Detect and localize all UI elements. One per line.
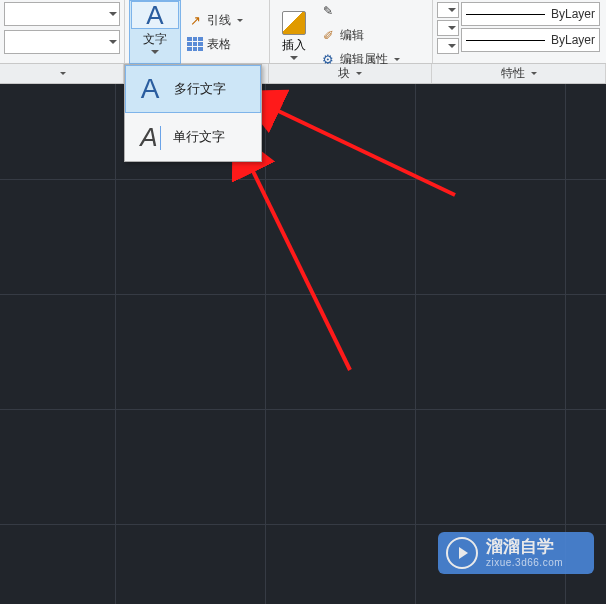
block-panel-title[interactable]: 块 bbox=[269, 64, 432, 83]
chevron-down-icon bbox=[531, 72, 537, 75]
layer-combo-1[interactable] bbox=[4, 2, 120, 26]
chevron-down-icon bbox=[448, 8, 456, 12]
leader-label: 引线 bbox=[207, 12, 231, 29]
left-dropdown-stack bbox=[0, 0, 124, 63]
grid-lines bbox=[0, 84, 606, 604]
chevron-down-icon bbox=[448, 26, 456, 30]
leader-button[interactable]: ↗ 引线 bbox=[183, 9, 247, 31]
bylayer-line-1[interactable]: ByLayer bbox=[461, 2, 600, 26]
singleline-text-label: 单行文字 bbox=[173, 128, 225, 146]
block-panel: 插入 ✎ ✐ 编辑 ⚙ 编辑属性 bbox=[270, 0, 432, 63]
table-label: 表格 bbox=[207, 36, 231, 53]
leader-icon: ↗ bbox=[187, 12, 203, 28]
bylayer-label: ByLayer bbox=[551, 7, 595, 21]
singleline-text-icon: A bbox=[133, 119, 165, 155]
text-sub-tools: ↗ 引线 表格 bbox=[181, 0, 247, 64]
create-icon: ✎ bbox=[320, 3, 336, 19]
line-sample-icon bbox=[466, 40, 545, 41]
block-footer-label: 块 bbox=[338, 65, 350, 82]
chevron-down-icon bbox=[356, 72, 362, 75]
multiline-text-label: 多行文字 bbox=[174, 80, 226, 98]
line-sample-icon bbox=[466, 14, 545, 15]
props-footer-label: 特性 bbox=[501, 65, 525, 82]
text-tool-button[interactable]: A 文字 bbox=[129, 0, 181, 64]
watermark-badge: 溜溜自学 zixue.3d66.com bbox=[438, 532, 594, 574]
properties-panel: ByLayer ByLayer bbox=[433, 0, 606, 63]
multiline-text-icon: A bbox=[134, 71, 166, 107]
block-sub-tools: ✎ ✐ 编辑 ⚙ 编辑属性 bbox=[314, 0, 428, 70]
linetype-combo[interactable] bbox=[437, 20, 459, 36]
insert-label: 插入 bbox=[282, 37, 306, 54]
watermark-title: 溜溜自学 bbox=[486, 538, 563, 557]
color-combo[interactable] bbox=[437, 38, 459, 54]
layer-combo-2[interactable] bbox=[4, 30, 120, 54]
singleline-text-item[interactable]: A 单行文字 bbox=[125, 113, 261, 161]
multiline-text-item[interactable]: A 多行文字 bbox=[125, 65, 261, 113]
insert-icon bbox=[282, 11, 306, 35]
props-panel-title[interactable]: 特性 bbox=[432, 64, 606, 83]
watermark-sub: zixue.3d66.com bbox=[486, 557, 563, 568]
text-a-icon: A bbox=[131, 1, 179, 29]
edit-icon: ✐ bbox=[320, 27, 336, 43]
insert-button[interactable]: 插入 bbox=[274, 0, 314, 70]
chevron-down-icon bbox=[290, 56, 298, 60]
chevron-down-icon bbox=[109, 40, 117, 44]
watermark-logo-icon bbox=[446, 537, 478, 569]
text-dropdown-menu: A 多行文字 A 单行文字 bbox=[124, 64, 262, 162]
chevron-down-icon bbox=[394, 58, 400, 61]
table-button[interactable]: 表格 bbox=[183, 33, 247, 55]
text-panel: A 文字 ↗ 引线 表格 bbox=[125, 0, 269, 63]
edit-label: 编辑 bbox=[340, 27, 364, 44]
create-block-button[interactable]: ✎ bbox=[316, 0, 428, 22]
ribbon-footer-row: 块 特性 bbox=[0, 64, 606, 84]
bylayer-label: ByLayer bbox=[551, 33, 595, 47]
chevron-down-icon bbox=[448, 44, 456, 48]
chevron-down-icon bbox=[109, 12, 117, 16]
chevron-down-icon bbox=[237, 19, 243, 22]
edit-block-button[interactable]: ✐ 编辑 bbox=[316, 24, 428, 46]
ribbon: A 文字 ↗ 引线 表格 bbox=[0, 0, 606, 64]
chevron-down-icon bbox=[60, 72, 66, 75]
drawing-canvas[interactable] bbox=[0, 84, 606, 604]
bylayer-line-2[interactable]: ByLayer bbox=[461, 28, 600, 52]
chevron-down-icon bbox=[151, 50, 159, 54]
table-icon bbox=[187, 36, 203, 52]
left-footer-cell[interactable] bbox=[0, 64, 124, 83]
lineweight-combo[interactable] bbox=[437, 2, 459, 18]
text-tool-label: 文字 bbox=[143, 31, 167, 48]
